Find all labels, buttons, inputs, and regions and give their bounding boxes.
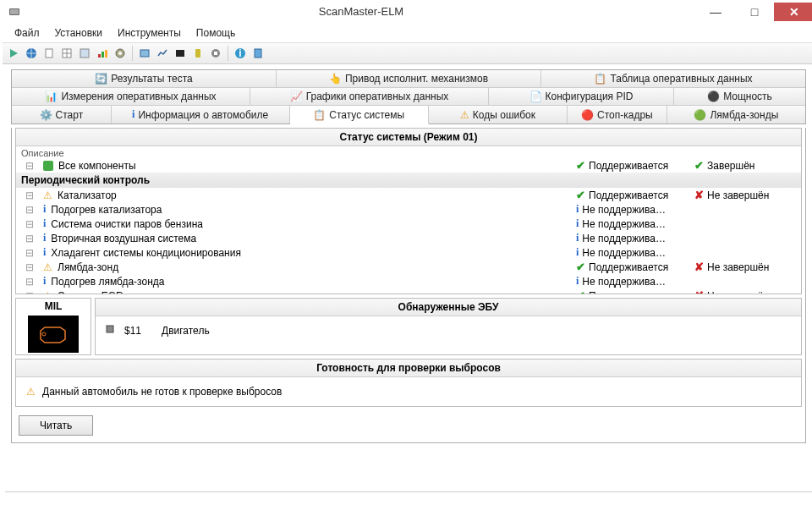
- tab-error-codes[interactable]: ⚠Коды ошибок: [429, 106, 568, 124]
- item-name: Подогрев катализатора: [51, 204, 162, 216]
- item-support: Не поддержива…: [582, 247, 666, 259]
- status-panel-title: Статус системы (Режим 01): [16, 129, 801, 146]
- tab-actuator[interactable]: 👆Привод исполнит. механизмов: [277, 70, 541, 87]
- readiness-panel: Готовность для проверки выбросов ⚠ Данны…: [15, 359, 802, 407]
- item-name: Все компоненты: [58, 160, 136, 172]
- list-item[interactable]: ⊟iСистема очистки паров бензинаiНе подде…: [16, 217, 801, 231]
- list-item[interactable]: ⊟Все компоненты✔Поддерживается✔Завершён: [16, 158, 801, 173]
- svg-rect-9: [98, 54, 101, 58]
- list-item[interactable]: ⊟iВторичная воздушная системаiНе поддерж…: [16, 231, 801, 245]
- maximize-button[interactable]: □: [735, 3, 774, 21]
- table-icon: 📋: [594, 73, 606, 85]
- main-panel: Статус системы (Режим 01) Описание ⊟Все …: [11, 128, 806, 443]
- power-icon: ⚫: [707, 91, 720, 102]
- menu-settings[interactable]: Установки: [48, 25, 109, 41]
- menubar: Файл Установки Инструменты Помощь: [3, 24, 812, 42]
- item-support: Не поддержива…: [582, 233, 666, 244]
- pid-icon: 📄: [529, 91, 542, 102]
- minimize-button[interactable]: —: [696, 3, 735, 21]
- statusbar: [5, 491, 812, 505]
- app-icon: [8, 5, 21, 19]
- tab-pid[interactable]: 📄Конфигурация PID: [489, 88, 674, 105]
- button-row: Читать: [12, 410, 805, 442]
- mil-panel: MIL: [15, 298, 91, 355]
- item-support: Не поддержива…: [582, 204, 666, 216]
- close-button[interactable]: ✕: [774, 3, 812, 21]
- tb-chart-icon[interactable]: [95, 46, 110, 61]
- tab-system-status[interactable]: 📋Статус системы: [290, 106, 429, 124]
- tab-container: 🔄Результаты теста 👆Привод исполнит. меха…: [11, 69, 806, 124]
- item-support: Поддерживается: [589, 160, 668, 172]
- check-icon: ✔: [576, 189, 585, 201]
- list-item[interactable]: ⊟⚠Лямбда-зонд✔Поддерживается✘Не завершён: [16, 260, 801, 274]
- info-icon: i: [43, 246, 46, 259]
- tab-lambda[interactable]: 🟢Лямбда-зонды: [667, 106, 805, 124]
- svg-point-13: [118, 52, 122, 55]
- tb-book-icon[interactable]: [250, 46, 266, 61]
- ecu-panel-title: Обнаруженные ЭБУ: [96, 299, 801, 316]
- tab-start[interactable]: ⚙️Старт: [12, 106, 112, 124]
- frames-icon: 🔴: [581, 109, 594, 121]
- tb-grid2-icon[interactable]: [77, 46, 92, 61]
- tab-measurements[interactable]: 📊Измерения оперативных данных: [12, 88, 250, 105]
- item-name: Хладагент системы кондиционирования: [51, 247, 241, 259]
- item-support: Поддерживается: [589, 261, 668, 273]
- item-name: Подогрев лямбда-зонда: [51, 276, 164, 288]
- tab-vehicle-info[interactable]: iИнформация о автомобиле: [112, 106, 290, 124]
- tb-grid1-icon[interactable]: [59, 46, 74, 61]
- tab-graphs[interactable]: 📈Графики оперативных данных: [250, 88, 489, 105]
- svg-rect-18: [214, 52, 217, 55]
- svg-rect-8: [80, 49, 89, 58]
- tab-results[interactable]: 🔄Результаты теста: [12, 70, 277, 87]
- tb-line-icon[interactable]: [155, 46, 170, 61]
- tb-black-icon[interactable]: [173, 46, 188, 61]
- tb-run-icon[interactable]: [6, 46, 21, 61]
- item-support: Не поддержива…: [582, 276, 666, 288]
- list-item[interactable]: ⊟iХладагент системы кондиционированияiНе…: [16, 245, 801, 260]
- item-support: Поддерживается: [589, 290, 668, 294]
- tb-table-icon[interactable]: [137, 46, 152, 61]
- status-icon: 📋: [313, 109, 326, 121]
- tab-data-table[interactable]: 📋Таблица оперативных данных: [541, 70, 805, 87]
- check-icon: ✔: [576, 289, 585, 294]
- list-item[interactable]: ⊟iПодогрев лямбда-зондаiНе поддержива…: [16, 274, 801, 288]
- toolbar: i: [3, 42, 812, 64]
- mil-title: MIL: [18, 300, 89, 312]
- info-icon: i: [43, 232, 46, 244]
- info-icon: i: [43, 275, 46, 288]
- read-button[interactable]: Читать: [19, 415, 93, 436]
- tb-doc-icon[interactable]: [41, 46, 57, 61]
- window-title: ScanMaster-ELM: [26, 5, 696, 18]
- list-item[interactable]: ⊟⚠Катализатор✔Поддерживается✘Не завершён: [16, 188, 801, 202]
- menu-help[interactable]: Помощь: [189, 25, 242, 41]
- titlebar: ScanMaster-ELM — □ ✕: [3, 0, 812, 24]
- mil-indicator: [28, 316, 79, 353]
- warning-icon: ⚠: [43, 261, 52, 273]
- status-list[interactable]: ⊟Все компоненты✔Поддерживается✔ЗавершёнП…: [16, 158, 801, 294]
- warning-icon: ⚠: [43, 189, 52, 201]
- warning-icon: ⚠: [43, 290, 52, 294]
- info-icon: i: [576, 232, 579, 244]
- check-icon: ✔: [694, 159, 704, 172]
- list-item[interactable]: ⊟⚠Система EGR✔Поддерживается✘Не завершён: [16, 288, 801, 294]
- x-icon: ✘: [694, 261, 704, 273]
- tab-freeze-frames[interactable]: 🔴Стоп-кадры: [568, 106, 667, 124]
- actuator-icon: 👆: [329, 73, 342, 85]
- menu-file[interactable]: Файл: [8, 25, 47, 41]
- tb-stop-icon[interactable]: [208, 46, 223, 61]
- tb-globe-icon[interactable]: [24, 46, 39, 61]
- menu-tools[interactable]: Инструменты: [111, 25, 188, 41]
- tb-info-icon[interactable]: i: [233, 46, 248, 61]
- tab-power[interactable]: ⚫Мощность: [674, 88, 805, 105]
- info-icon: i: [576, 203, 579, 216]
- svg-rect-23: [107, 326, 113, 332]
- tb-cog-icon[interactable]: [112, 46, 128, 61]
- ecu-address: $11: [124, 325, 141, 337]
- item-name: Катализатор: [58, 189, 117, 201]
- list-item[interactable]: ⊟iПодогрев катализатораiНе поддержива…: [16, 202, 801, 217]
- tb-yellow-icon[interactable]: [190, 46, 206, 61]
- graph-icon: 📈: [290, 91, 303, 102]
- status-panel: Статус системы (Режим 01) Описание ⊟Все …: [15, 128, 802, 294]
- green-icon: [43, 161, 53, 171]
- chip-icon: [104, 323, 116, 338]
